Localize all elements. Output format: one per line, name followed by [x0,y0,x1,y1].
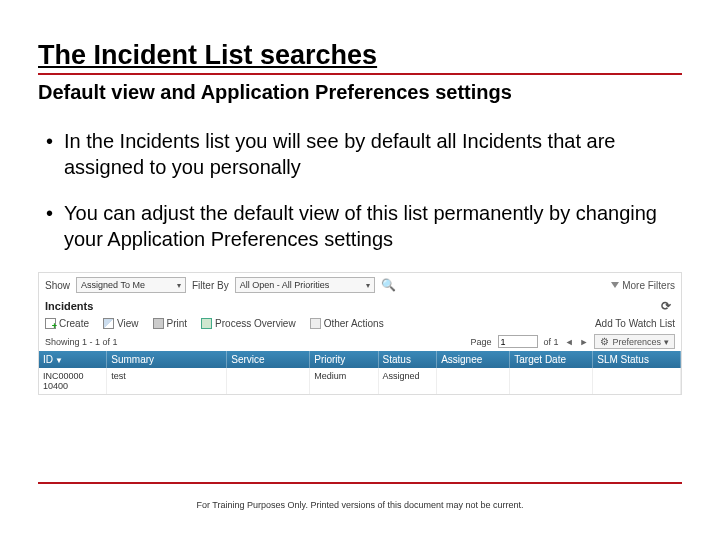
col-status[interactable]: Status [379,351,438,368]
cell-status: Assigned [379,368,438,394]
refresh-icon[interactable]: ⟳ [661,299,671,313]
footer-text: For Training Purposes Only. Printed vers… [0,500,720,510]
search-icon[interactable]: 🔍 [381,278,396,292]
col-assignee[interactable]: Assignee [437,351,510,368]
gear-icon: ⚙ [600,336,609,347]
col-summary[interactable]: Summary [107,351,227,368]
app-screenshot: Show Assigned To Me ▾ Filter By All Open… [38,272,682,395]
print-label: Print [167,318,188,329]
cell-slm [593,368,681,394]
preferences-label: Preferences [612,337,661,347]
more-filters-button[interactable]: More Filters [611,280,675,291]
slide-title: The Incident List searches [38,40,682,75]
toolbar: Create View Print Process Overview Other… [39,315,681,332]
bullet-item: In the Incidents list you will see by de… [46,128,682,180]
view-icon [103,318,114,329]
col-target[interactable]: Target Date [510,351,593,368]
preferences-button[interactable]: ⚙ Preferences ▾ [594,334,675,349]
table-row[interactable]: INC00000 10400 test Medium Assigned [39,368,681,394]
bullet-list: In the Incidents list you will see by de… [38,128,682,252]
create-label: Create [59,318,89,329]
cell-service [227,368,310,394]
view-button[interactable]: View [103,318,139,329]
show-dropdown[interactable]: Assigned To Me ▾ [76,277,186,293]
print-button[interactable]: Print [153,318,188,329]
show-dropdown-value: Assigned To Me [81,280,145,290]
filterby-label: Filter By [192,280,229,291]
create-icon [45,318,56,329]
bullet-item: You can adjust the default view of this … [46,200,682,252]
pager-next-icon[interactable]: ► [580,337,589,347]
filter-bar: Show Assigned To Me ▾ Filter By All Open… [39,273,681,297]
cell-summary: test [107,368,227,394]
process-icon [201,318,212,329]
funnel-icon [611,282,619,288]
pager-showing: Showing 1 - 1 of 1 [45,337,118,347]
print-icon [153,318,164,329]
col-service[interactable]: Service [227,351,310,368]
footer-divider [38,482,682,484]
chevron-down-icon: ▾ [664,337,669,347]
cell-target [510,368,593,394]
other-actions-button[interactable]: Other Actions [310,318,384,329]
page-number-input[interactable] [498,335,538,348]
pager-prev-icon[interactable]: ◄ [565,337,574,347]
pager-page-label: Page [471,337,492,347]
col-priority[interactable]: Priority [310,351,378,368]
watchlist-button[interactable]: Add To Watch List [595,318,675,329]
cell-priority: Medium [310,368,378,394]
col-id[interactable]: ID▼ [39,351,107,368]
filterby-dropdown[interactable]: All Open - All Priorities ▾ [235,277,375,293]
section-header: Incidents ⟳ [39,297,681,315]
create-button[interactable]: Create [45,318,89,329]
process-overview-button[interactable]: Process Overview [201,318,296,329]
table-header: ID▼ Summary Service Priority Status Assi… [39,351,681,368]
other-icon [310,318,321,329]
show-label: Show [45,280,70,291]
slide-subtitle: Default view and Application Preferences… [38,81,682,104]
cell-id: INC00000 10400 [39,368,107,394]
pager: Showing 1 - 1 of 1 Page of 1 ◄ ► ⚙ Prefe… [39,332,681,351]
view-label: View [117,318,139,329]
chevron-down-icon: ▾ [177,281,181,290]
col-slm[interactable]: SLM Status [593,351,681,368]
section-label-text: Incidents [45,300,93,312]
other-label: Other Actions [324,318,384,329]
process-label: Process Overview [215,318,296,329]
filterby-dropdown-value: All Open - All Priorities [240,280,330,290]
chevron-down-icon: ▾ [366,281,370,290]
pager-of-label: of 1 [544,337,559,347]
cell-assignee [437,368,510,394]
more-filters-label: More Filters [622,280,675,291]
col-id-label: ID [43,354,53,365]
sort-down-icon: ▼ [55,356,63,365]
